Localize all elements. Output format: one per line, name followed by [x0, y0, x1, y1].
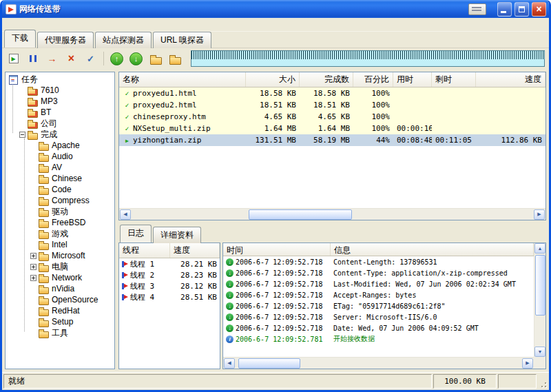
- tree-item[interactable]: MP3: [7, 96, 114, 107]
- log-row[interactable]: 2006-6-7 12:09:52.718 Accept-Ranges: byt…: [223, 289, 534, 300]
- column-header-info[interactable]: 信息: [331, 243, 534, 256]
- tree-item[interactable]: 驱动: [7, 206, 114, 217]
- thread-row[interactable]: 线程 4 28.51 KB: [119, 291, 220, 302]
- tree-item[interactable]: Code: [7, 184, 114, 195]
- tree-item[interactable]: 工具: [7, 327, 114, 338]
- app-icon[interactable]: [6, 4, 17, 14]
- tree-item[interactable]: Audio: [7, 151, 114, 162]
- tree-item[interactable]: BT: [7, 107, 114, 118]
- tree-item[interactable]: Setup: [7, 316, 114, 327]
- tree-expand-toggle[interactable]: [19, 132, 25, 138]
- column-header-name[interactable]: 名称: [119, 72, 246, 87]
- tree-expand-toggle[interactable]: [30, 264, 37, 270]
- delete-button[interactable]: ×: [63, 50, 80, 67]
- tree-item[interactable]: nVidia: [7, 283, 114, 294]
- pause-button[interactable]: [24, 50, 41, 67]
- tree-expand-toggle[interactable]: [30, 275, 37, 281]
- thread-row[interactable]: 线程 1 28.21 KB: [119, 258, 220, 269]
- titlebar[interactable]: 网络传送带 ×: [2, 0, 549, 18]
- maximize-button[interactable]: [514, 2, 529, 17]
- scroll-left-button[interactable]: ◀: [120, 209, 131, 220]
- thread-row[interactable]: 线程 2 28.23 KB: [119, 269, 220, 280]
- scroll-down-button[interactable]: ▼: [534, 347, 545, 357]
- new-task-button[interactable]: ▶: [5, 50, 22, 67]
- downloads-hscrollbar[interactable]: ◀ ▶: [119, 208, 545, 220]
- tree-item[interactable]: 任务: [7, 74, 114, 85]
- log-hscrollbar[interactable]: ◀ ▶: [223, 357, 534, 369]
- resize-grip[interactable]: [538, 374, 548, 389]
- tree-item[interactable]: 游戏: [7, 228, 114, 239]
- thread-icon: [122, 294, 128, 300]
- tree-item[interactable]: Chinese: [7, 173, 114, 184]
- column-header-speed[interactable]: 速度: [476, 72, 545, 87]
- download-row[interactable]: proxyedu1.html 18.58 KB 18.58 KB 100%: [119, 87, 545, 99]
- tree-item[interactable]: Network: [7, 272, 114, 283]
- tree-item[interactable]: AV: [7, 162, 114, 173]
- column-header-size[interactable]: 大小: [246, 72, 300, 87]
- tree-item[interactable]: RedHat: [7, 305, 114, 316]
- main-tab[interactable]: 代理服务器: [37, 32, 94, 48]
- move-up-button[interactable]: ↑: [108, 50, 125, 67]
- download-speed: [476, 111, 545, 123]
- column-header-percent[interactable]: 百分比: [353, 72, 393, 87]
- scroll-right-button[interactable]: ▶: [522, 358, 533, 369]
- menu-item[interactable]: [32, 23, 42, 26]
- vscroll-thumb[interactable]: [535, 255, 545, 316]
- column-header-elapsed[interactable]: 用时: [393, 72, 432, 87]
- log-row[interactable]: 2006-6-7 12:09:52.718 Content-Length: 13…: [223, 256, 534, 267]
- menu-item[interactable]: [3, 23, 13, 26]
- tree-item[interactable]: Compress: [7, 195, 114, 206]
- scroll-left-button[interactable]: ◀: [224, 358, 235, 369]
- column-header-thread-speed[interactable]: 速度: [170, 243, 220, 258]
- tree-expand-toggle[interactable]: [30, 253, 37, 259]
- maximize-icon: [519, 6, 525, 12]
- bottom-tab[interactable]: 详细资料: [153, 227, 201, 243]
- column-header-time[interactable]: 时间: [223, 243, 331, 256]
- menu-item[interactable]: [13, 23, 23, 26]
- menu-item[interactable]: [23, 23, 32, 26]
- main-tab[interactable]: 站点探测器: [95, 32, 152, 48]
- titlebar-widget-icon[interactable]: [468, 3, 486, 15]
- resume-button[interactable]: →: [43, 50, 61, 67]
- column-header-done[interactable]: 完成数: [300, 72, 353, 87]
- main-tab[interactable]: 下载: [4, 30, 36, 48]
- download-size: 4.65 KB: [246, 111, 300, 123]
- log-row[interactable]: 2006-6-7 12:09:52.718 Content-Type: appl…: [223, 267, 534, 278]
- tree-item[interactable]: Apache: [7, 140, 114, 151]
- log-row[interactable]: 2006-6-7 12:09:52.718 ETag: "05917714d68…: [223, 300, 534, 311]
- tree-item[interactable]: Intel: [7, 239, 114, 250]
- minimize-button[interactable]: [497, 2, 512, 17]
- log-vscrollbar[interactable]: ▲ ▼: [534, 243, 545, 357]
- category-folder-button[interactable]: [166, 50, 183, 67]
- tree-item[interactable]: 完成: [7, 129, 114, 140]
- tree-item[interactable]: Microsoft: [7, 250, 114, 261]
- bottom-tab[interactable]: 日志: [120, 225, 152, 243]
- tree-item[interactable]: FreeBSD: [7, 217, 114, 228]
- pause-icon: [30, 55, 37, 62]
- thread-row[interactable]: 线程 3 28.12 KB: [119, 280, 220, 291]
- download-row[interactable]: yizhongtian.zip 131.51 MB 58.19 MB 44% 0…: [119, 134, 545, 146]
- close-button[interactable]: ×: [532, 2, 546, 17]
- column-header-thread[interactable]: 线程: [119, 243, 170, 258]
- log-row[interactable]: 2006-6-7 12:09:52.718 Server: Microsoft-…: [223, 311, 534, 322]
- confirm-button[interactable]: ✓: [82, 50, 99, 67]
- scroll-right-button[interactable]: ▶: [534, 209, 545, 220]
- move-down-button[interactable]: ↓: [127, 50, 145, 67]
- menu-item[interactable]: [42, 23, 52, 26]
- open-folder-button[interactable]: [147, 50, 164, 67]
- log-row[interactable]: 2006-6-7 12:09:52.718 Last-Modified: Wed…: [223, 278, 534, 289]
- log-row[interactable]: 2006-6-7 12:09:52.781 开始接收数据: [223, 333, 534, 344]
- hscroll-thumb[interactable]: [238, 358, 300, 369]
- column-header-remaining[interactable]: 剩时: [432, 72, 476, 87]
- tree-item[interactable]: 7610: [7, 85, 114, 96]
- download-row[interactable]: chineseproxy.htm 4.65 KB 4.65 KB 100%: [119, 111, 545, 123]
- tree-item[interactable]: 电脑: [7, 261, 114, 272]
- hscroll-thumb[interactable]: [249, 209, 352, 220]
- tree-item[interactable]: OpenSource: [7, 294, 114, 305]
- download-row[interactable]: NXSetup_multi.zip 1.64 MB 1.64 MB 100% 0…: [119, 123, 545, 134]
- tree-item[interactable]: 公司: [7, 118, 114, 129]
- log-row[interactable]: 2006-6-7 12:09:52.718 Date: Wed, 07 Jun …: [223, 322, 534, 333]
- download-row[interactable]: proxyedu2.html 18.51 KB 18.51 KB 100%: [119, 99, 545, 111]
- main-tab[interactable]: URL 嗅探器: [153, 32, 211, 48]
- scroll-up-button[interactable]: ▲: [534, 243, 545, 254]
